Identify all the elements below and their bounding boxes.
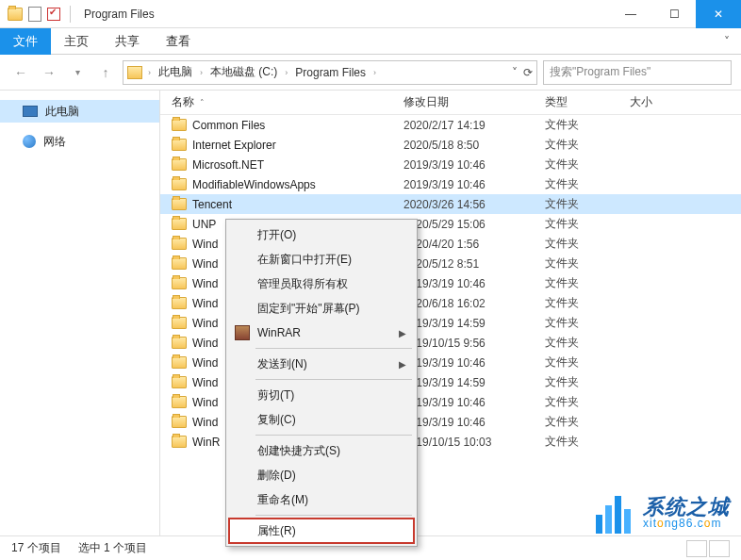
address-dropdown-icon[interactable]: ˅ bbox=[512, 66, 518, 79]
crumb-folder[interactable]: Program Files bbox=[289, 62, 371, 83]
menu-item[interactable]: 固定到"开始"屏幕(P) bbox=[229, 296, 414, 321]
file-date: 2020/5/18 8:50 bbox=[403, 139, 545, 152]
menu-item[interactable]: 打开(O) bbox=[229, 222, 414, 247]
menu-item[interactable]: 属性(R) bbox=[229, 519, 414, 543]
title-bar: Program Files — ☐ ✕ bbox=[0, 0, 741, 28]
search-placeholder: 搜索"Program Files" bbox=[550, 64, 650, 80]
column-name[interactable]: 名称 ˄ bbox=[172, 94, 403, 110]
column-date[interactable]: 修改日期 bbox=[403, 94, 545, 110]
file-name: Common Files bbox=[192, 119, 265, 132]
folder-icon bbox=[172, 198, 187, 210]
menu-separator bbox=[255, 435, 412, 436]
back-button[interactable]: ← bbox=[9, 61, 32, 84]
window-icon bbox=[8, 8, 23, 21]
folder-icon bbox=[172, 356, 187, 369]
view-toggle bbox=[686, 540, 730, 557]
crumb-drive[interactable]: 本地磁盘 (C:) bbox=[205, 62, 283, 83]
file-name: Wind bbox=[192, 238, 218, 251]
file-type: 文件夹 bbox=[545, 117, 630, 133]
file-type: 文件夹 bbox=[545, 255, 630, 272]
menu-item-label: 在新窗口中打开(E) bbox=[257, 252, 352, 268]
chevron-right-icon[interactable]: › bbox=[148, 68, 151, 77]
address-actions: ˅ ⟳ bbox=[512, 66, 533, 79]
close-button[interactable]: ✕ bbox=[696, 0, 741, 28]
maximize-button[interactable]: ☐ bbox=[652, 0, 696, 28]
column-size[interactable]: 大小 bbox=[630, 94, 696, 110]
table-row[interactable]: Microsoft.NET2019/3/19 10:46文件夹 bbox=[160, 155, 741, 174]
menu-item-label: 属性(R) bbox=[257, 523, 296, 539]
menu-item[interactable]: 复制(C) bbox=[229, 407, 414, 432]
folder-icon bbox=[172, 218, 187, 230]
file-name: UNP bbox=[192, 218, 216, 231]
search-input[interactable]: 搜索"Program Files" bbox=[543, 60, 732, 85]
minimize-button[interactable]: — bbox=[609, 0, 652, 28]
folder-icon bbox=[172, 257, 187, 270]
file-type: 文件夹 bbox=[545, 374, 630, 390]
file-date: 2019/10/15 10:03 bbox=[403, 436, 545, 449]
file-type: 文件夹 bbox=[545, 156, 630, 173]
view-icons-button[interactable] bbox=[709, 540, 730, 557]
status-total: 17 个项目 bbox=[11, 540, 61, 556]
file-type: 文件夹 bbox=[545, 196, 630, 212]
chevron-right-icon[interactable]: › bbox=[373, 68, 376, 77]
menu-item[interactable]: 在新窗口中打开(E) bbox=[229, 247, 414, 272]
context-menu: 打开(O)在新窗口中打开(E)管理员取得所有权固定到"开始"屏幕(P)WinRA… bbox=[225, 219, 418, 547]
menu-item-label: 发送到(N) bbox=[257, 356, 307, 372]
file-type: 文件夹 bbox=[545, 137, 630, 153]
up-button[interactable]: ↑ bbox=[94, 61, 117, 84]
file-type: 文件夹 bbox=[545, 216, 630, 232]
crumb-pc[interactable]: 此电脑 bbox=[153, 62, 198, 83]
menu-item-label: 管理员取得所有权 bbox=[257, 276, 348, 292]
menu-item[interactable]: 删除(D) bbox=[229, 463, 414, 487]
qat-check-icon[interactable] bbox=[47, 8, 60, 21]
file-tab[interactable]: 文件 bbox=[0, 28, 51, 55]
table-row[interactable]: Common Files2020/2/17 14:19文件夹 bbox=[160, 115, 741, 135]
column-type[interactable]: 类型 bbox=[545, 94, 630, 110]
address-bar[interactable]: › 此电脑 › 本地磁盘 (C:) › Program Files › ˅ ⟳ bbox=[123, 60, 537, 85]
menu-separator bbox=[255, 379, 412, 380]
tab-share[interactable]: 共享 bbox=[102, 28, 153, 55]
menu-item[interactable]: 管理员取得所有权 bbox=[229, 272, 414, 296]
menu-item[interactable]: 重命名(M) bbox=[229, 487, 414, 512]
table-row[interactable]: Tencent2020/3/26 14:56文件夹 bbox=[160, 194, 741, 214]
file-name: Wind bbox=[192, 376, 218, 389]
qat-doc-icon[interactable] bbox=[28, 7, 41, 22]
sidebar-label: 此电脑 bbox=[45, 104, 79, 120]
ribbon-expand-icon[interactable]: ˅ bbox=[724, 35, 741, 48]
refresh-icon[interactable]: ⟳ bbox=[523, 66, 533, 79]
ribbon: 文件 主页 共享 查看 ˅ bbox=[0, 28, 741, 55]
folder-icon bbox=[172, 139, 187, 151]
forward-button[interactable]: → bbox=[38, 61, 60, 84]
menu-item-label: 重命名(M) bbox=[257, 492, 308, 508]
chevron-right-icon[interactable]: › bbox=[285, 68, 288, 77]
divider bbox=[70, 6, 71, 23]
navigation-bar: ← → ▾ ↑ › 此电脑 › 本地磁盘 (C:) › Program File… bbox=[0, 55, 741, 91]
watermark-cn: 系统之城 bbox=[643, 496, 730, 518]
file-name: Wind bbox=[192, 396, 218, 409]
menu-item[interactable]: 剪切(T) bbox=[229, 383, 414, 407]
file-name: ModifiableWindowsApps bbox=[192, 178, 316, 191]
menu-item[interactable]: 发送到(N)▶ bbox=[229, 352, 414, 376]
window-controls: — ☐ ✕ bbox=[609, 0, 741, 28]
sidebar-item-pc[interactable]: 此电脑 bbox=[0, 100, 159, 123]
submenu-arrow-icon: ▶ bbox=[399, 328, 406, 338]
recent-dropdown[interactable]: ▾ bbox=[66, 61, 89, 84]
table-row[interactable]: Internet Explorer2020/5/18 8:50文件夹 bbox=[160, 135, 741, 155]
menu-item[interactable]: WinRAR▶ bbox=[229, 321, 414, 345]
menu-separator bbox=[255, 515, 412, 516]
tab-view[interactable]: 查看 bbox=[153, 28, 204, 55]
table-row[interactable]: ModifiableWindowsApps2019/3/19 10:46文件夹 bbox=[160, 174, 741, 194]
folder-icon bbox=[172, 436, 187, 448]
file-date: 2019/3/19 10:46 bbox=[403, 356, 545, 370]
chevron-right-icon[interactable]: › bbox=[200, 68, 203, 77]
watermark-logo-icon bbox=[594, 492, 635, 534]
file-name: Wind bbox=[192, 416, 218, 429]
file-type: 文件夹 bbox=[545, 275, 630, 291]
menu-item[interactable]: 创建快捷方式(S) bbox=[229, 438, 414, 463]
column-headers: 名称 ˄ 修改日期 类型 大小 bbox=[160, 91, 741, 115]
file-type: 文件夹 bbox=[545, 295, 630, 311]
view-details-button[interactable] bbox=[686, 540, 707, 557]
file-date: 2020/2/17 14:19 bbox=[403, 119, 545, 132]
sidebar-item-network[interactable]: 网络 bbox=[0, 130, 159, 153]
tab-home[interactable]: 主页 bbox=[51, 28, 102, 55]
